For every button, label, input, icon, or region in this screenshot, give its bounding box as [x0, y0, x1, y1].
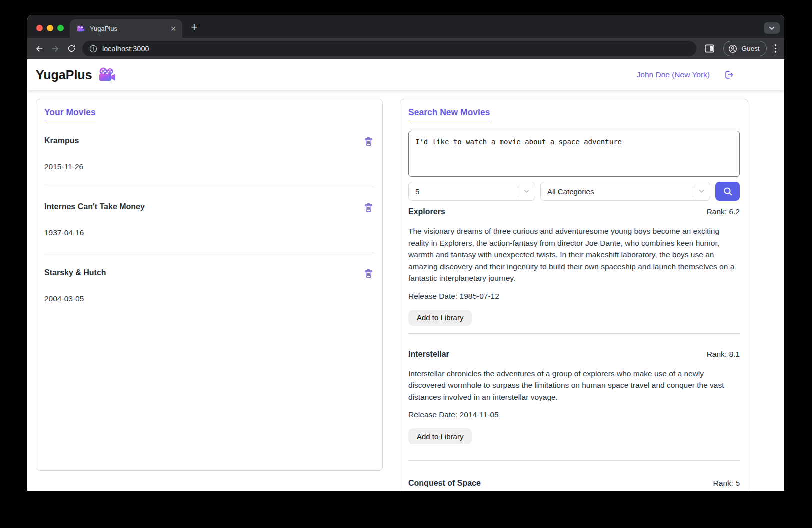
tab-strip: YugaPlus ✕ +	[28, 15, 784, 38]
trash-icon	[364, 136, 374, 147]
result-rank: Rank: 6.2	[707, 208, 740, 216]
profile-button[interactable]: Guest	[724, 41, 766, 56]
result-title: Conquest of Space	[408, 479, 481, 488]
list-item: Starsky & Hutch 2004-03-05	[44, 268, 374, 304]
result-title: Interstellar	[408, 350, 450, 359]
tab-yugaplus[interactable]: YugaPlus ✕	[70, 20, 182, 38]
movie-release-date: 2004-03-05	[44, 294, 374, 304]
divider	[408, 460, 740, 461]
browser-toolbar: localhost:3000 Guest	[28, 38, 784, 60]
result-description: The visionary dreams of three curious an…	[408, 226, 740, 284]
yugaplus-favicon-icon	[77, 26, 85, 32]
result-title: Explorers	[408, 208, 446, 216]
divider	[44, 187, 374, 188]
search-panel: Search New Movies I'd like to watch a mo…	[400, 99, 748, 491]
tab-search-chevron-button[interactable]	[764, 22, 780, 34]
delete-movie-button[interactable]	[363, 136, 374, 147]
result-description: Interstellar chronicles the adventures o…	[408, 368, 740, 404]
close-window-button[interactable]	[36, 25, 43, 32]
tab-title: YugaPlus	[90, 25, 170, 32]
app-title: YugaPlus	[36, 68, 92, 82]
page-content: Your Movies Krampus 2015-11-26 Internes …	[28, 90, 784, 491]
forward-button[interactable]	[48, 41, 64, 57]
chevron-down-icon	[769, 26, 775, 30]
movie-title: Internes Can't Take Money	[44, 202, 145, 212]
browser-window: YugaPlus ✕ + localhost:3000	[28, 15, 784, 491]
side-panel-button[interactable]	[702, 41, 718, 57]
movie-camera-icon	[98, 68, 116, 82]
movie-title: Krampus	[44, 136, 79, 146]
your-movies-panel: Your Movies Krampus 2015-11-26 Internes …	[36, 99, 383, 471]
chevron-down-icon	[694, 190, 710, 194]
result-release-date: Release Date: 1985-07-12	[408, 292, 740, 301]
search-result: Interstellar Rank: 8.1 Interstellar chro…	[408, 350, 740, 462]
chevron-down-icon	[518, 190, 535, 194]
desktop-background: YugaPlus ✕ + localhost:3000	[0, 0, 812, 528]
search-panel-title: Search New Movies	[408, 108, 490, 122]
result-rank: Rank: 5	[714, 479, 740, 488]
forward-arrow-icon	[50, 44, 60, 54]
search-result: Explorers Rank: 6.2 The visionary dreams…	[408, 208, 740, 334]
add-to-library-button[interactable]: Add to Library	[408, 428, 472, 444]
search-query-input[interactable]: I'd like to watch a movie about a space …	[408, 131, 740, 177]
side-panel-icon	[705, 44, 714, 53]
address-bar[interactable]: localhost:3000	[82, 41, 696, 56]
search-button[interactable]	[716, 182, 740, 201]
profile-label: Guest	[742, 45, 760, 52]
trash-icon	[364, 268, 374, 279]
category-value: All Categories	[548, 188, 693, 196]
url-text: localhost:3000	[102, 45, 150, 53]
add-to-library-button[interactable]: Add to Library	[408, 310, 472, 326]
movie-release-date: 2015-11-26	[44, 162, 374, 172]
movie-release-date: 1937-04-16	[44, 228, 374, 238]
result-rank: Rank: 8.1	[707, 350, 740, 359]
window-controls	[36, 25, 64, 32]
logout-icon	[724, 70, 734, 80]
your-movies-title: Your Movies	[44, 108, 96, 122]
search-controls: 5 All Categories	[408, 182, 740, 201]
logout-button[interactable]	[724, 70, 734, 80]
toolbar-right-group: Guest	[702, 41, 778, 57]
user-location-label: John Doe (New York)	[637, 70, 710, 80]
reload-button[interactable]	[64, 41, 80, 57]
movie-title: Starsky & Hutch	[44, 268, 106, 278]
result-limit-value: 5	[416, 188, 518, 196]
info-icon	[90, 45, 98, 53]
list-item: Krampus 2015-11-26	[44, 136, 374, 188]
back-button[interactable]	[32, 41, 48, 57]
back-arrow-icon	[34, 44, 44, 54]
search-icon	[723, 186, 733, 196]
result-release-date: Release Date: 2014-11-05	[408, 410, 740, 420]
delete-movie-button[interactable]	[363, 268, 374, 279]
delete-movie-button[interactable]	[363, 202, 374, 213]
browser-menu-button[interactable]	[773, 42, 779, 55]
tab-close-icon[interactable]: ✕	[170, 24, 178, 34]
minimize-window-button[interactable]	[47, 25, 54, 32]
zoom-window-button[interactable]	[58, 25, 64, 32]
divider	[408, 334, 740, 334]
search-result: Conquest of Space Rank: 5	[408, 479, 740, 488]
category-select[interactable]: All Categories	[540, 182, 710, 201]
result-limit-select[interactable]: 5	[408, 182, 536, 201]
app-header: YugaPlus Jo	[28, 60, 784, 90]
list-item: Internes Can't Take Money 1937-04-16	[44, 202, 374, 254]
divider	[44, 253, 374, 254]
trash-icon	[364, 202, 374, 213]
person-icon	[728, 44, 738, 54]
reload-icon	[67, 44, 76, 54]
new-tab-button[interactable]: +	[188, 20, 202, 34]
